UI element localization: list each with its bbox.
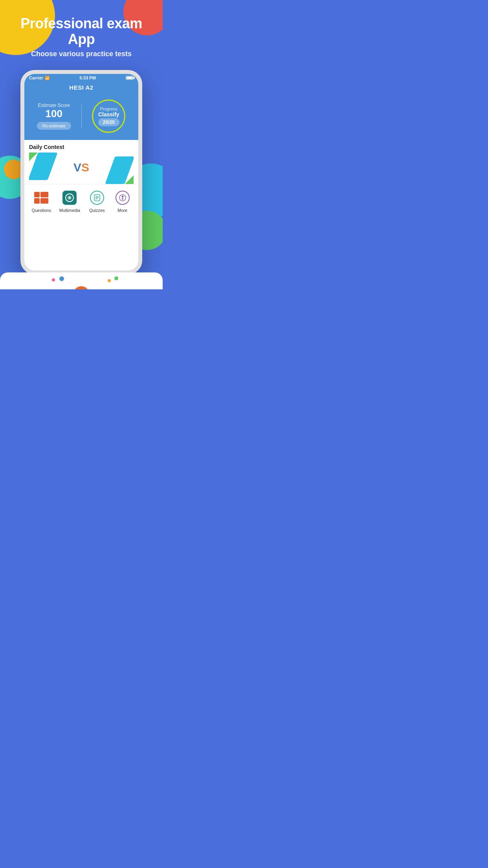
q-cell [34,198,40,204]
questions-icon [34,192,48,204]
nav-item-quizzes[interactable]: Quizzes [88,189,106,213]
svg-point-14 [73,286,89,289]
daily-contest-section: Daily Contest VS [24,140,138,184]
vs-v: V [73,161,81,174]
progress-circle: Progress Classify 20/20 [92,99,125,133]
svg-point-10 [122,199,123,200]
section-divider [81,105,82,128]
nav-item-questions[interactable]: Questions [31,189,51,213]
carrier-label: Carrier [29,75,43,80]
status-left: Carrier 📶 [29,75,50,80]
q-cell [34,192,40,197]
progress-label: Progress [100,107,117,111]
quizzes-icon-box [88,189,106,206]
score-section: Estimate Score 100 Re-estimate Progress … [24,96,138,140]
progress-value: 20/20 [98,118,119,126]
nav-item-multimedia[interactable]: Multimedia [59,189,80,213]
corner-br [125,175,134,184]
svg-point-8 [121,196,123,198]
questions-label: Questions [31,208,51,213]
time-display: 5:33 PM [79,75,96,80]
multimedia-icon [62,191,77,205]
re-estimate-button[interactable]: Re-estimate [37,122,71,130]
more-icon-box [114,189,131,206]
multimedia-icon-box [61,189,78,206]
vs-area[interactable]: VS [29,153,134,184]
vs-s: S [81,161,89,174]
q-cell [40,198,48,204]
quizzes-icon [90,191,104,205]
more-icon [116,191,130,205]
score-value: 100 [31,108,77,120]
dot-blue [59,276,64,281]
svg-point-7 [119,195,126,201]
status-bar: Carrier 📶 5:33 PM [24,74,138,82]
wifi-icon: 📶 [45,76,50,80]
app-header: Professional exam App Choose various pra… [0,0,163,66]
dot-pink [52,278,55,281]
dot-green [114,276,118,280]
app-title: Professional exam App [8,16,155,47]
q-cell [40,192,48,197]
phone-title: HESI A2 [28,84,134,91]
questions-icon-box [33,189,50,206]
app-subtitle: Choose various practice tests [8,50,155,58]
classify-label: Classify [98,111,119,118]
bottom-section: Simulation Flaw Sweeper [0,272,163,289]
nav-item-more[interactable]: More [114,189,131,213]
mascot-character [62,280,101,289]
estimate-label: Estimate Score [31,103,77,108]
mascot-area [8,278,155,289]
daily-contest-title: Daily Contest [29,144,134,150]
vs-text: VS [73,161,89,174]
progress-right: Progress Classify 20/20 [86,99,132,133]
phone-body: Carrier 📶 5:33 PM HESI A2 Estimate Score… [20,70,142,274]
score-left: Estimate Score 100 Re-estimate [31,103,77,130]
quizzes-label: Quizzes [89,208,105,213]
phone-header: HESI A2 [24,82,138,96]
phone-mockup: Carrier 📶 5:33 PM HESI A2 Estimate Score… [0,70,163,274]
multimedia-label: Multimedia [59,208,80,213]
svg-point-2 [69,197,70,199]
dot-orange [108,279,111,282]
battery-icon [126,76,134,80]
nav-icons-bar: Questions Multimedia [24,184,138,218]
more-label: More [117,208,127,213]
